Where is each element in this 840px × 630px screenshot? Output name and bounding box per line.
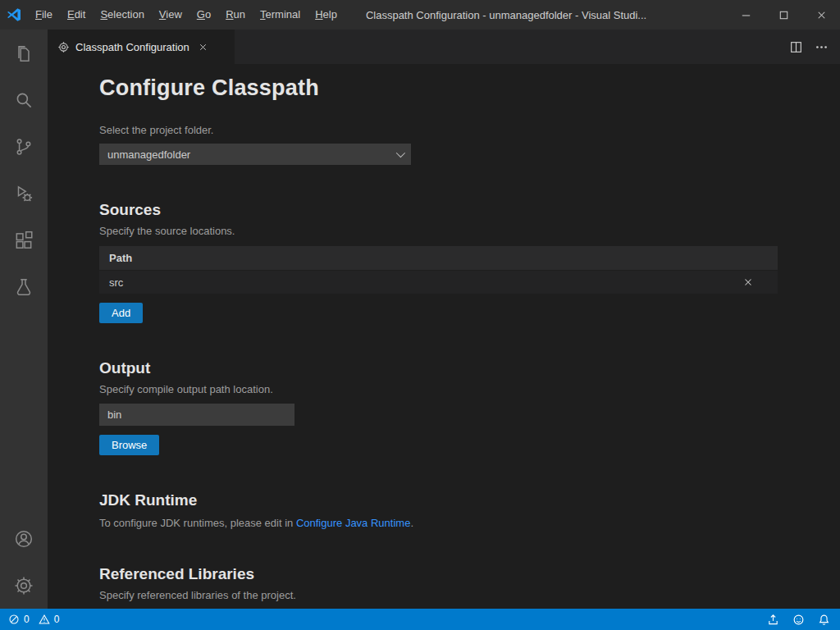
maximize-icon[interactable] <box>765 0 802 30</box>
window-controls <box>727 0 840 30</box>
source-control-icon <box>13 136 34 158</box>
output-path-input[interactable] <box>99 404 294 426</box>
referenced-libraries-heading: Referenced Libraries <box>99 565 825 583</box>
status-bar-right <box>767 614 832 626</box>
jdk-runtime-text: To configure JDK runtimes, please edit i… <box>99 517 825 529</box>
classpath-tab-icon <box>57 41 70 53</box>
path-column-header: Path <box>109 252 132 264</box>
menu-selection[interactable]: Selection <box>93 0 151 30</box>
share-icon[interactable] <box>767 614 779 626</box>
jdk-text-before: To configure JDK runtimes, please edit i… <box>99 517 296 529</box>
error-icon <box>8 614 20 625</box>
search-icon <box>13 89 34 111</box>
menu-run[interactable]: Run <box>218 0 253 30</box>
menu-help[interactable]: Help <box>308 0 345 30</box>
remove-source-icon[interactable] <box>740 274 756 290</box>
jdk-text-after: . <box>410 517 413 529</box>
sidebar-item-testing[interactable] <box>0 263 48 310</box>
explorer-icon <box>13 43 34 64</box>
tab-bar: Classpath Configuration <box>48 30 840 64</box>
feedback-smiley-icon[interactable] <box>792 614 805 626</box>
close-window-icon[interactable] <box>802 0 840 30</box>
referenced-libraries-description: Specify referenced libraries of the proj… <box>99 589 825 601</box>
table-row[interactable]: src <box>99 270 778 294</box>
problems-indicator[interactable]: 0 0 <box>8 614 64 625</box>
menu-bar: File Edit Selection View Go Run Terminal… <box>28 0 345 30</box>
sources-table: Path src <box>99 246 778 294</box>
bell-icon[interactable] <box>818 614 830 626</box>
menu-go[interactable]: Go <box>189 0 218 30</box>
warning-icon <box>39 614 50 625</box>
page-title: Configure Classpath <box>99 75 825 101</box>
error-count: 0 <box>24 614 30 625</box>
gear-icon <box>13 575 34 596</box>
add-source-button[interactable]: Add <box>99 303 143 323</box>
run-debug-icon <box>13 183 34 204</box>
menu-edit[interactable]: Edit <box>60 0 93 30</box>
tab-label: Classpath Configuration <box>75 41 189 53</box>
jdk-runtime-heading: JDK Runtime <box>99 491 825 509</box>
project-folder-label: Select the project folder. <box>99 124 825 136</box>
output-heading: Output <box>99 359 825 377</box>
editor-actions <box>789 30 840 64</box>
vscode-logo-icon <box>0 0 28 30</box>
split-editor-icon[interactable] <box>789 40 803 54</box>
sidebar-item-settings[interactable] <box>0 562 48 609</box>
sources-description: Specify the source locations. <box>99 225 825 237</box>
activity-bar <box>0 30 48 609</box>
account-icon <box>13 528 34 550</box>
sidebar-item-search[interactable] <box>0 76 48 123</box>
source-path-value: src <box>109 276 740 289</box>
browse-output-button[interactable]: Browse <box>99 435 159 455</box>
sidebar-item-account[interactable] <box>0 515 48 562</box>
menu-view[interactable]: View <box>152 0 189 30</box>
more-actions-icon[interactable] <box>815 40 829 54</box>
warning-count: 0 <box>54 614 60 625</box>
status-bar: 0 0 <box>0 609 840 630</box>
minimize-icon[interactable] <box>727 0 765 30</box>
testing-beaker-icon <box>13 276 34 298</box>
tab-close-icon[interactable] <box>195 39 212 55</box>
sidebar-item-source-control[interactable] <box>0 123 48 170</box>
menu-terminal[interactable]: Terminal <box>253 0 308 30</box>
extensions-icon <box>13 230 34 251</box>
window-title: Classpath Configuration - unmanagedfolde… <box>366 9 646 21</box>
sources-table-header: Path <box>99 246 778 270</box>
project-folder-selected-value: unmanagedfolder <box>107 148 396 161</box>
sidebar-item-run-debug[interactable] <box>0 170 48 217</box>
project-folder-select[interactable]: unmanagedfolder <box>99 144 411 165</box>
title-bar: File Edit Selection View Go Run Terminal… <box>0 0 840 30</box>
sidebar-item-extensions[interactable] <box>0 217 48 263</box>
output-description: Specify compile output path location. <box>99 383 825 395</box>
tab-classpath-configuration[interactable]: Classpath Configuration <box>48 30 235 64</box>
configure-java-runtime-link[interactable]: Configure Java Runtime <box>296 517 410 529</box>
sources-heading: Sources <box>99 201 825 219</box>
classpath-configuration-page: Configure Classpath Select the project f… <box>48 64 840 609</box>
sidebar-item-explorer[interactable] <box>0 30 48 76</box>
chevron-down-icon <box>396 148 405 158</box>
menu-file[interactable]: File <box>28 0 60 30</box>
